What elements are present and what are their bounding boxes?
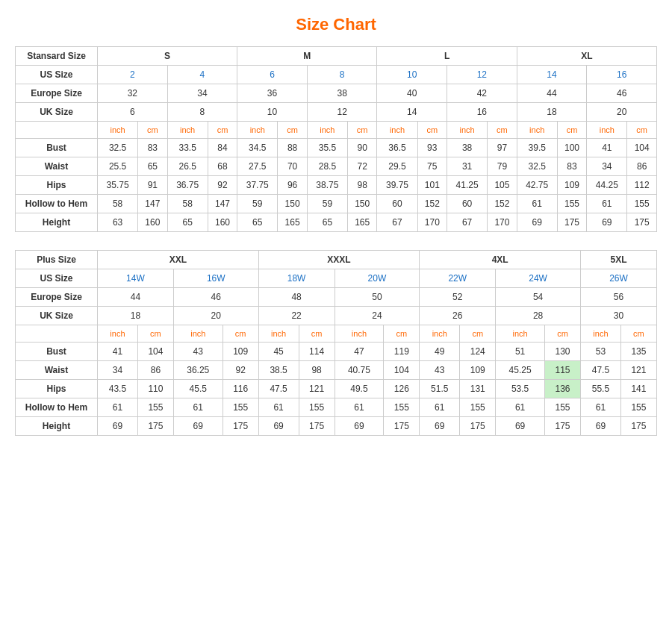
plus-hollow-4: 61 [258,398,299,417]
plus-bust-8: 49 [420,343,460,361]
height-12: 69 [517,213,557,232]
plus-bust-10: 51 [496,343,545,361]
plus-bust-9: 124 [460,343,496,361]
std-unit-8: inch [377,122,417,139]
waist-2: 26.5 [167,157,208,176]
waist-6: 28.5 [307,157,347,176]
std-unit-4: inch [237,122,278,139]
hollow-2: 58 [167,195,208,213]
height-15: 175 [627,213,657,232]
hips-4: 37.75 [237,176,278,195]
std-unit-blank [16,122,98,139]
5xl-header: 5XL [580,251,656,269]
hollow-7: 150 [347,195,377,213]
plus-uk-22: 22 [258,307,335,325]
waist-5: 70 [278,157,308,176]
hips-9: 101 [417,176,447,195]
std-unit-5: cm [278,122,308,139]
bust-13: 100 [557,139,587,157]
std-unit-15: cm [627,122,657,139]
l-header: L [377,47,517,66]
plus-us-16w: 16W [173,269,258,288]
waist-15: 86 [627,157,657,176]
std-unit-10: inch [447,122,488,139]
plus-hips-8: 51.5 [420,380,460,398]
bust-7: 90 [347,139,377,157]
plus-uk-20: 20 [173,307,258,325]
eu-46: 46 [587,84,657,103]
plus-waist-2: 36.25 [173,361,223,380]
plus-height-12: 69 [580,417,620,436]
uk-size-label: UK Size [16,103,98,122]
plus-bust-3: 109 [223,343,258,361]
plus-unit-12: inch [580,325,620,343]
plus-eu-54: 54 [496,288,581,307]
std-unit-1: cm [138,122,168,139]
eu-38: 38 [307,84,377,103]
plus-bust-11: 130 [544,343,580,361]
plus-waist-8: 43 [420,361,460,380]
bust-11: 97 [488,139,517,157]
plus-height-label: Height [16,417,98,436]
plus-eu-50: 50 [335,288,420,307]
plus-eu-52: 52 [420,288,496,307]
plus-size-table: Plus Size XXL XXXL 4XL 5XL US Size 14W 1… [15,250,657,436]
plus-uk-18: 18 [98,307,174,325]
plus-height-10: 69 [496,417,545,436]
plus-eu-56: 56 [580,288,656,307]
waist-8: 29.5 [377,157,417,176]
bust-1: 83 [138,139,168,157]
std-unit-12: inch [517,122,557,139]
std-unit-14: inch [587,122,627,139]
waist-label: Waist [16,157,98,176]
uk-8: 8 [167,103,237,122]
plus-hips-6: 49.5 [335,380,384,398]
plus-eu-46: 46 [173,288,258,307]
std-unit-13: cm [557,122,587,139]
plus-bust-12: 53 [580,343,620,361]
std-unit-9: cm [417,122,447,139]
plus-waist-0: 34 [98,361,138,380]
plus-hips-0: 43.5 [98,380,138,398]
plus-us-24w: 24W [496,269,581,288]
plus-waist-4: 38.5 [258,361,299,380]
hips-13: 109 [557,176,587,195]
hollow-4: 59 [237,195,278,213]
plus-hollow-11: 155 [544,398,580,417]
waist-0: 25.5 [98,157,138,176]
height-7: 165 [347,213,377,232]
waist-11: 79 [488,157,517,176]
plus-waist-3: 92 [223,361,258,380]
plus-bust-label: Bust [16,343,98,361]
height-10: 67 [447,213,488,232]
plus-hips-3: 116 [223,380,258,398]
waist-7: 72 [347,157,377,176]
us-size-label: US Size [16,66,98,84]
plus-waist-12: 47.5 [580,361,620,380]
plus-hollow-0: 61 [98,398,138,417]
plus-us-26w: 26W [580,269,656,288]
uk-20: 20 [587,103,657,122]
plus-unit-5: cm [299,325,335,343]
plus-hollow-7: 155 [384,398,420,417]
std-unit-0: inch [98,122,138,139]
hips-10: 41.25 [447,176,488,195]
xxxl-header: XXXL [258,251,420,269]
bust-12: 39.5 [517,139,557,157]
height-label: Height [16,213,98,232]
hollow-6: 59 [307,195,347,213]
std-unit-11: cm [488,122,517,139]
waist-3: 68 [208,157,237,176]
hollow-13: 155 [557,195,587,213]
hips-8: 39.75 [377,176,417,195]
plus-height-11: 175 [544,417,580,436]
plus-waist-label: Waist [16,361,98,380]
plus-unit-8: inch [420,325,460,343]
plus-unit-2: inch [173,325,223,343]
plus-hollow-8: 61 [420,398,460,417]
height-6: 65 [307,213,347,232]
plus-us-14w: 14W [98,269,174,288]
standard-size-table: Stansard Size S M L XL US Size 2 4 6 8 1… [15,46,657,232]
us-size-12: 12 [447,66,517,84]
waist-10: 31 [447,157,488,176]
